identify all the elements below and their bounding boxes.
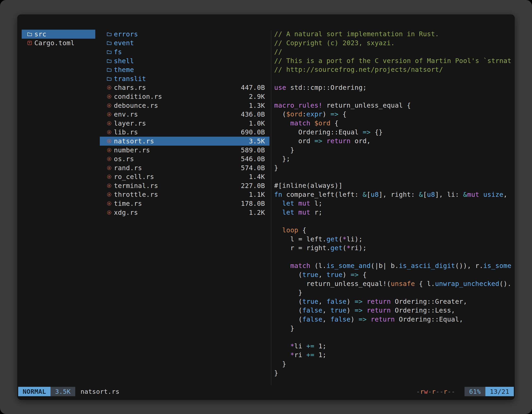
toml-file-icon <box>27 41 32 45</box>
preview-pane: // A natural sort implementation in Rust… <box>274 30 513 388</box>
file-size: 436.0B <box>241 110 265 118</box>
code-line <box>274 253 513 262</box>
folder-row[interactable]: errors <box>100 30 269 39</box>
code-line: ($ord:expr) => { <box>274 110 513 119</box>
folder-icon <box>106 32 112 36</box>
current-dir-pane: errorseventfsshellthemetranslitRchars.rs… <box>100 30 269 217</box>
rust-file-icon: R <box>106 121 112 126</box>
file-row[interactable]: Rdebounce.rs1.3K <box>100 101 269 110</box>
desktop: srcCargo.toml errorseventfsshellthemetra… <box>0 0 532 414</box>
item-name: throttle.rs <box>114 191 158 198</box>
file-size: 227.0B <box>241 182 265 190</box>
rust-file-icon: R <box>106 192 112 197</box>
file-row[interactable]: Cargo.toml <box>22 39 95 48</box>
svg-text:R: R <box>108 193 110 196</box>
svg-text:R: R <box>108 131 110 134</box>
folder-row[interactable]: src <box>22 30 95 39</box>
item-name: event <box>114 39 134 47</box>
file-size: 178.0B <box>241 200 265 207</box>
size-badge: 3.5K <box>50 387 75 396</box>
folder-icon <box>106 59 112 63</box>
file-size: 447.0B <box>241 84 265 91</box>
folder-icon <box>27 32 32 36</box>
item-name: natsort.rs <box>114 137 154 145</box>
file-row[interactable]: Rthrottle.rs1.1K <box>100 190 269 199</box>
item-name: env.rs <box>114 110 138 118</box>
code-line: (false, false) => return Ordering::Equal… <box>274 315 513 324</box>
rust-file-icon: R <box>106 156 112 161</box>
file-size: 574.0B <box>241 164 265 172</box>
code-line: use std::cmp::Ordering; <box>274 83 513 92</box>
code-line <box>274 74 513 83</box>
code-line: let mut r; <box>274 208 513 217</box>
svg-text:R: R <box>108 175 110 178</box>
file-row[interactable]: Rnumber.rs589.0B <box>100 146 269 155</box>
file-size: 2.9K <box>249 93 265 100</box>
rust-file-icon: R <box>106 85 112 90</box>
svg-text:R: R <box>108 122 110 125</box>
rust-file-icon: R <box>106 94 112 99</box>
status-bar: NORMAL 3.5K natsort.rs -rw-r--r-- 61% 13… <box>18 387 514 396</box>
code-line: macro_rules! return_unless_equal { <box>274 101 513 110</box>
code-line: #[inline(always)] <box>274 181 513 190</box>
file-size: 690.0B <box>241 128 265 136</box>
code-line <box>274 173 513 182</box>
svg-text:R: R <box>108 140 110 143</box>
folder-row[interactable]: translit <box>100 74 269 83</box>
code-line: } <box>274 146 513 155</box>
item-name: chars.rs <box>114 84 146 91</box>
code-line: r = right.get(*ri); <box>274 244 513 253</box>
item-name: errors <box>114 30 138 38</box>
code-line: // A natural sort implementation in Rust… <box>274 30 513 39</box>
item-name: time.rs <box>114 200 142 207</box>
item-name: lib.rs <box>114 128 138 136</box>
folder-icon <box>106 77 112 81</box>
svg-text:R: R <box>108 95 110 98</box>
file-row[interactable]: Rterminal.rs227.0B <box>100 181 269 190</box>
svg-text:R: R <box>108 184 110 187</box>
item-name: condition.rs <box>114 93 162 100</box>
code-line: // Copyright (c) 2023, sxyazi. <box>274 39 513 48</box>
item-name: terminal.rs <box>114 182 158 190</box>
folder-icon <box>106 50 112 54</box>
file-size: 589.0B <box>241 146 265 154</box>
item-name: src <box>34 30 47 38</box>
rust-file-icon: R <box>106 148 112 153</box>
status-filename: natsort.rs <box>81 388 120 395</box>
code-line: fn compare_left(left: &[u8], right: &[u8… <box>274 190 513 199</box>
folder-row[interactable]: shell <box>100 57 269 66</box>
file-row[interactable]: Rchars.rs447.0B <box>100 83 269 92</box>
item-name: number.rs <box>114 146 150 154</box>
file-row[interactable]: Rcondition.rs2.9K <box>100 92 269 101</box>
file-row[interactable]: Rlib.rs690.0B <box>100 128 269 137</box>
file-row[interactable]: Rtime.rs178.0B <box>100 199 269 208</box>
rust-file-icon: R <box>106 210 112 215</box>
file-size: 1.0K <box>249 119 265 127</box>
folder-row[interactable]: theme <box>100 65 269 74</box>
file-row[interactable]: Renv.rs436.0B <box>100 110 269 119</box>
code-line: match (l.is_some_and(|b| b.is_ascii_digi… <box>274 261 513 270</box>
folder-row[interactable]: fs <box>100 48 269 57</box>
file-row[interactable]: Rro_cell.rs1.4K <box>100 173 269 182</box>
file-row[interactable]: Ros.rs546.0B <box>100 154 269 164</box>
percent-badge: 61% <box>465 387 485 396</box>
parent-pane: srcCargo.toml <box>22 30 95 48</box>
file-row[interactable]: Rnatsort.rs3.5K <box>100 137 269 146</box>
file-size: 546.0B <box>241 155 265 163</box>
code-line: } <box>274 324 513 333</box>
code-line: l = left.get(*li); <box>274 235 513 244</box>
file-row[interactable]: Rrand.rs574.0B <box>100 164 269 173</box>
folder-row[interactable]: event <box>100 39 269 48</box>
item-name: Cargo.toml <box>34 39 75 47</box>
code-line: } <box>274 369 513 378</box>
item-name: layer.rs <box>114 119 146 127</box>
code-line: *li += 1; <box>274 342 513 351</box>
mode-badge: NORMAL <box>18 387 50 396</box>
file-row[interactable]: Rlayer.rs1.0K <box>100 119 269 128</box>
file-size: 3.5K <box>249 137 265 145</box>
code-line: }; <box>274 154 513 164</box>
code-line: return_unless_equal!(unsafe { l.unwrap_u… <box>274 279 513 289</box>
code-line: (true, false) => return Ordering::Greate… <box>274 297 513 306</box>
file-row[interactable]: Rxdg.rs1.2K <box>100 208 269 217</box>
code-line: // <box>274 48 513 57</box>
